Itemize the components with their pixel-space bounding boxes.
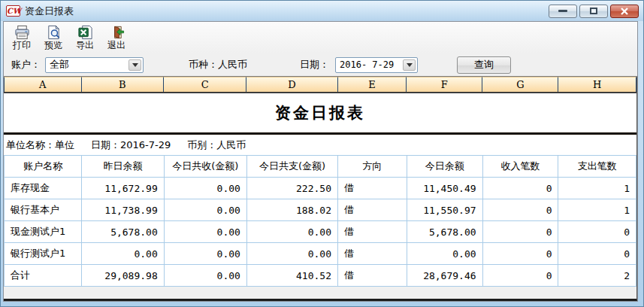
table-row: 现金测试户15,678.000.000.00借5,678.0000 — [5, 221, 636, 243]
table-cell: 5,678.00 — [407, 221, 482, 243]
exit-icon — [109, 25, 125, 40]
table-cell: 现金测试户1 — [5, 221, 82, 243]
table-header-cell: 账户名称 — [5, 156, 82, 178]
table-cell: 11,550.97 — [407, 199, 482, 221]
table-header-cell: 方向 — [338, 156, 407, 178]
sheet-column-header[interactable]: A — [4, 77, 82, 92]
table-cell: 0 — [482, 178, 558, 199]
table-cell: 0.00 — [164, 265, 246, 287]
sheet-column-header[interactable]: G — [482, 77, 558, 92]
table-cell: 11,738.99 — [82, 199, 164, 221]
chevron-down-icon[interactable] — [128, 59, 141, 71]
table-row: 银行测试户10.000.000.00借0.0000 — [5, 243, 636, 265]
meta-currency: 币别：人民币 — [187, 138, 246, 152]
table-cell: 借 — [338, 199, 407, 221]
table-cell: 1 — [558, 178, 636, 199]
exit-label: 退出 — [107, 40, 125, 51]
preview-button[interactable]: 预览 — [38, 24, 68, 53]
table-cell: 借 — [338, 243, 407, 265]
maximize-icon — [590, 8, 597, 14]
export-excel-icon — [77, 25, 93, 40]
table-cell: 借 — [338, 265, 407, 287]
report-view: ABCDEFGH 资金日报表 单位名称：单位 日期：2016-7-29 币别：人… — [4, 77, 637, 301]
table-cell: 0.00 — [164, 199, 246, 221]
print-button[interactable]: 打印 — [7, 24, 37, 53]
table-header-cell: 今日共支(金额) — [246, 156, 337, 178]
date-select[interactable]: 2016- 7-29 — [335, 57, 418, 73]
date-value: 2016- 7-29 — [340, 59, 394, 70]
table-row: 库存现金11,672.990.00222.50借11,450.4901 — [5, 178, 636, 199]
table-cell: 0 — [482, 265, 558, 287]
window-content: 打印 预览 导出 — [3, 21, 638, 302]
table-cell: 2 — [558, 265, 636, 287]
account-label: 账户： — [11, 58, 41, 71]
table-cell: 0 — [482, 243, 558, 265]
table-cell: 借 — [338, 178, 407, 199]
table-cell: 借 — [338, 221, 407, 243]
preview-label: 预览 — [44, 40, 62, 51]
table-cell: 5,678.00 — [82, 221, 164, 243]
maximize-button[interactable] — [579, 5, 608, 18]
report-area: 资金日报表 单位名称：单位 日期：2016-7-29 币别：人民币 账户名称昨日… — [4, 93, 636, 287]
window-title: 资金日报表 — [25, 5, 74, 18]
report-table-body: 账户名称昨日余额今日共收(金额)今日共支(金额)方向今日余额收入笔数支出笔数库存… — [5, 156, 636, 287]
close-icon — [620, 8, 629, 15]
table-cell: 28,679.46 — [407, 265, 482, 287]
minimize-button[interactable] — [549, 5, 577, 18]
meta-unit-name: 单位名称：单位 — [6, 138, 74, 152]
table-cell: 11,672.99 — [82, 178, 164, 199]
table-cell: 合计 — [5, 265, 82, 287]
chevron-down-icon[interactable] — [403, 59, 416, 71]
table-header-cell: 昨日余额 — [82, 156, 164, 178]
table-cell: 0 — [482, 199, 558, 221]
table-header-cell: 收入笔数 — [482, 156, 558, 178]
sheet-column-header[interactable]: E — [338, 77, 407, 92]
table-header-row: 账户名称昨日余额今日共收(金额)今日共支(金额)方向今日余额收入笔数支出笔数 — [5, 156, 636, 178]
sheet-column-header[interactable]: D — [246, 77, 337, 92]
table-cell: 188.02 — [246, 199, 337, 221]
preview-icon — [46, 25, 62, 40]
titlebar[interactable]: CW 资金日报表 — [1, 1, 643, 21]
account-select[interactable]: 全部 — [45, 57, 144, 73]
date-label: 日期： — [300, 58, 329, 71]
table-header-cell: 支出笔数 — [558, 156, 636, 178]
table-cell: 410.52 — [246, 265, 337, 287]
sheet-column-headers: ABCDEFGH — [4, 77, 636, 93]
table-cell: 29,089.98 — [82, 265, 164, 287]
app-icon: CW — [6, 5, 20, 17]
report-title-zone: 资金日报表 — [4, 93, 636, 132]
app-window: CW 资金日报表 — [0, 0, 644, 307]
table-header-cell: 今日共收(金额) — [164, 156, 246, 178]
report-table: 账户名称昨日余额今日共收(金额)今日共支(金额)方向今日余额收入笔数支出笔数库存… — [4, 155, 636, 287]
printer-icon — [14, 25, 30, 40]
toolbar: 打印 预览 导出 — [4, 22, 637, 53]
query-button[interactable]: 查询 — [457, 56, 511, 74]
table-header-cell: 今日余额 — [407, 156, 482, 178]
table-cell: 222.50 — [246, 178, 337, 199]
table-cell: 银行基本户 — [5, 199, 82, 221]
table-cell: 0.00 — [82, 243, 164, 265]
sheet-column-header[interactable]: F — [407, 77, 482, 92]
sheet-column-header[interactable]: C — [164, 77, 246, 92]
table-cell: 0.00 — [246, 243, 337, 265]
currency-label: 币种：人民币 — [189, 58, 247, 71]
sheet-column-header[interactable]: B — [82, 77, 164, 92]
table-row: 银行基本户11,738.990.00188.02借11,550.9701 — [5, 199, 636, 221]
report-meta-row: 单位名称：单位 日期：2016-7-29 币别：人民币 — [4, 135, 636, 155]
print-label: 打印 — [13, 40, 31, 51]
minimize-icon — [558, 10, 567, 12]
table-cell: 0.00 — [164, 178, 246, 199]
exit-button[interactable]: 退出 — [101, 24, 132, 53]
meta-date: 日期：2016-7-29 — [91, 138, 171, 152]
table-cell: 0.00 — [246, 221, 337, 243]
table-cell: 0 — [482, 221, 558, 243]
export-button[interactable]: 导出 — [70, 24, 100, 53]
sheet-column-header[interactable]: H — [558, 77, 636, 92]
table-cell: 0 — [558, 243, 636, 265]
table-total-row: 合计29,089.980.00410.52借28,679.4602 — [5, 265, 636, 287]
table-cell: 银行测试户1 — [5, 243, 82, 265]
table-cell: 0.00 — [164, 221, 246, 243]
table-cell: 0 — [558, 221, 636, 243]
filter-bar: 账户： 全部 币种：人民币 日期： 2016- 7-29 查询 — [4, 53, 637, 77]
close-button[interactable] — [610, 5, 639, 18]
